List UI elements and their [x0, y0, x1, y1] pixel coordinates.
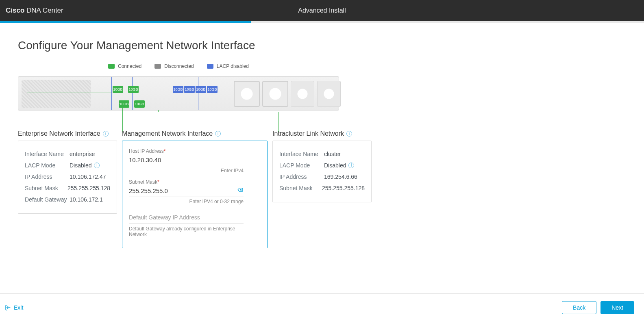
required-asterisk: * — [157, 179, 159, 185]
value-ip-address: 169.254.6.66 — [324, 174, 357, 180]
value-subnet-mask: 255.255.255.128 — [67, 185, 110, 191]
psu-icon — [317, 81, 341, 107]
management-title-row: Management Network Interface i — [122, 130, 268, 137]
kv-row: Subnet Mask 255.255.255.128 — [279, 182, 365, 194]
label-ip-address: IP Address — [25, 174, 70, 180]
kv-row: LACP Mode Disabled i — [25, 160, 110, 171]
label-interface-name: Interface Name — [25, 151, 70, 157]
label-interface-name: Interface Name — [279, 151, 324, 157]
conn-line — [278, 112, 278, 132]
port-connected[interactable]: 10GB — [128, 86, 139, 93]
subnet-mask-input[interactable] — [129, 185, 244, 197]
cluster-title-row: Intracluster Link Network i — [272, 130, 372, 137]
port-connected[interactable]: 10GB — [134, 100, 145, 108]
legend-swatch-green — [108, 64, 115, 69]
kv-row: Interface Name enterprise — [25, 148, 110, 160]
legend-connected-label: Connected — [118, 63, 141, 69]
legend-swatch-gray — [154, 64, 161, 69]
label-default-gateway: Default Gateway — [25, 196, 70, 203]
clear-input-icon[interactable] — [237, 187, 244, 193]
footer-buttons: Back Next — [562, 301, 634, 314]
psu-icon — [291, 81, 314, 107]
exit-icon — [5, 304, 11, 311]
value-subnet-mask: 255.255.255.128 — [322, 185, 365, 191]
fan-icon — [262, 81, 288, 107]
cluster-column: Intracluster Link Network i Interface Na… — [272, 130, 372, 248]
conn-line — [158, 112, 278, 112]
subnet-input-wrap — [129, 185, 244, 197]
info-icon[interactable]: i — [346, 131, 352, 137]
info-icon[interactable]: i — [103, 131, 109, 137]
conn-line — [122, 108, 123, 132]
management-column: Management Network Interface i Host IP A… — [122, 130, 268, 248]
form-group-host-ip: Host IP Address* Enter IPv4 — [129, 148, 261, 174]
value-ip-address: 10.106.172.47 — [70, 174, 106, 180]
port-lacp-disabled[interactable]: 10GB — [184, 86, 195, 93]
enterprise-column: Enterprise Network Interface i Interface… — [18, 130, 117, 248]
cluster-title: Intracluster Link Network — [272, 130, 344, 137]
port-lacp-disabled[interactable]: 10GB — [173, 86, 183, 93]
port-connected[interactable]: 10GB — [119, 100, 129, 108]
label-ip-address: IP Address — [279, 174, 324, 180]
port-lacp-disabled[interactable]: 10GB — [196, 86, 206, 93]
back-button[interactable]: Back — [562, 301, 596, 314]
help-host-ip: Enter IPv4 — [129, 168, 244, 174]
page-title: Configure Your Management Network Interf… — [18, 39, 626, 52]
management-title: Management Network Interface — [122, 130, 213, 137]
label-subnet-text: Subnet Mask — [129, 179, 157, 185]
label-lacp-mode: LACP Mode — [25, 162, 70, 169]
cluster-card: Interface Name cluster LACP Mode Disable… — [272, 141, 372, 202]
conn-line — [27, 93, 112, 93]
brand-light: DNA Center — [26, 7, 63, 14]
kv-row: Subnet Mask 255.255.255.128 — [25, 182, 110, 194]
legend-connected: Connected — [108, 63, 141, 69]
label-subnet: Subnet Mask* — [129, 179, 261, 185]
value-interface-name: enterprise — [70, 151, 95, 157]
legend-disconnected: Disconnected — [154, 63, 194, 69]
label-subnet-mask: Subnet Mask — [25, 185, 67, 191]
host-ip-input[interactable] — [129, 154, 244, 166]
legend-disconnected-label: Disconnected — [164, 63, 194, 69]
enterprise-title: Enterprise Network Interface — [18, 130, 100, 137]
legend: Connected Disconnected LACP disabled — [18, 63, 339, 69]
exit-link[interactable]: Exit — [5, 304, 23, 311]
kv-row: Interface Name cluster — [279, 148, 365, 160]
label-lacp-mode: LACP Mode — [279, 162, 324, 169]
brand-bold: Cisco — [6, 7, 24, 14]
app-header: Cisco DNA Center Advanced Install — [0, 0, 644, 21]
info-icon[interactable]: i — [348, 163, 354, 168]
label-subnet-mask: Subnet Mask — [279, 185, 322, 191]
value-lacp-mode-text: Disabled — [70, 162, 91, 169]
port-lacp-disabled[interactable]: 10GB — [207, 86, 218, 93]
legend-lacp-label: LACP disabled — [217, 63, 249, 69]
form-group-subnet: Subnet Mask* Enter IPV4 or 0-32 range — [129, 179, 261, 204]
port-connected[interactable]: 10GB — [113, 86, 123, 93]
exit-label: Exit — [14, 304, 23, 311]
conn-line — [27, 93, 27, 132]
kv-row: Default Gateway 10.106.172.1 — [25, 194, 110, 205]
gateway-note: Default Gateway already configured in En… — [129, 226, 244, 237]
kv-row: IP Address 10.106.172.47 — [25, 171, 110, 182]
fan-icon — [234, 81, 260, 107]
value-lacp-mode: Disabled i — [70, 162, 100, 169]
form-group-gateway: Default Gateway IP Address Default Gatew… — [129, 212, 261, 237]
kv-row: IP Address 169.254.6.66 — [279, 171, 365, 182]
value-lacp-mode: Disabled i — [324, 162, 354, 169]
legend-swatch-blue — [207, 64, 213, 69]
legend-lacp: LACP disabled — [207, 63, 249, 69]
header-title: Advanced Install — [298, 7, 346, 14]
default-gateway-ghost[interactable]: Default Gateway IP Address — [129, 212, 244, 223]
kv-row: LACP Mode Disabled i — [279, 160, 365, 171]
info-icon[interactable]: i — [215, 131, 221, 137]
value-default-gateway: 10.106.172.1 — [70, 196, 103, 203]
label-host-ip-text: Host IP Address — [129, 148, 164, 154]
enterprise-title-row: Enterprise Network Interface i — [18, 130, 117, 137]
management-card: Host IP Address* Enter IPv4 Subnet Mask* — [122, 141, 268, 248]
info-icon[interactable]: i — [94, 163, 100, 168]
next-button[interactable]: Next — [600, 301, 634, 314]
help-subnet: Enter IPV4 or 0-32 range — [129, 199, 244, 204]
enterprise-card: Interface Name enterprise LACP Mode Disa… — [18, 141, 117, 214]
value-lacp-mode-text: Disabled — [324, 162, 346, 169]
conn-line — [158, 110, 159, 112]
value-interface-name: cluster — [324, 151, 341, 157]
